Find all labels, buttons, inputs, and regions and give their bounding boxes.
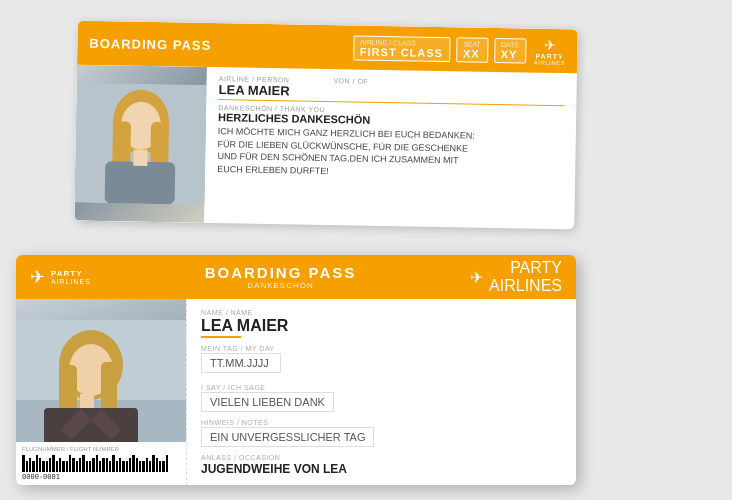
class-label: AIRLINE / CLASS (360, 38, 443, 46)
class-field: AIRLINE / CLASS FIRST CLASS (353, 35, 451, 62)
note-value: EIN UNVERGESSLICHER TAG (201, 427, 374, 447)
plane-icon-left: ✈ (30, 266, 45, 288)
airline-value: JUGENDWEIHE VON LEA (201, 462, 562, 476)
say-value: VIELEN LIEBEN DANK (201, 392, 334, 412)
svg-rect-6 (133, 150, 147, 166)
back-body: AIRLINE / PERSON VON / OF LEA MAIER DANK… (74, 65, 577, 230)
logo-right-text: PARTY AIRLINES (489, 259, 562, 295)
date-value: TT.MM.JJJJ (201, 353, 281, 373)
say-row: I SAY / ICH SAGE VIELEN LIEBEN DANK (201, 384, 562, 412)
seat-value: XX (463, 47, 480, 59)
front-logo-left: ✈ PARTY AIRLINES (30, 266, 91, 288)
seat-field: SEAT XX (456, 37, 488, 63)
barcode-lines (22, 454, 180, 472)
airline-row: ANLASS / OCCASION JUGENDWEIHE VON LEA (201, 454, 562, 476)
class-value: FIRST CLASS (360, 45, 443, 58)
back-photo (74, 65, 207, 223)
airlines-left: AIRLINES (51, 278, 91, 285)
boarding-pass-front: ✈ PARTY AIRLINES BOARDING PASS DANKESCHÖ… (16, 255, 576, 485)
back-logo-right: ✈ PARTY AIRLINES (534, 36, 566, 66)
thank-you-row: DANKESCHÖN / THANK YOU HERZLICHES DANKES… (217, 104, 564, 181)
front-header: ✈ PARTY AIRLINES BOARDING PASS DANKESCHÖ… (16, 255, 576, 299)
front-bp-label: BOARDING PASS (101, 264, 460, 281)
name-label: NAME / NAME (201, 309, 562, 316)
front-boarding-center: BOARDING PASS DANKESCHÖN (101, 264, 460, 290)
back-content: AIRLINE / PERSON VON / OF LEA MAIER DANK… (204, 67, 577, 229)
name-row: NAME / NAME LEA MAIER (201, 309, 562, 338)
note-label: HINWEIS / NOTES (201, 419, 562, 426)
note-row: HINWEIS / NOTES EIN UNVERGESSLICHER TAG (201, 419, 562, 447)
back-header-fields: AIRLINE / CLASS FIRST CLASS SEAT XX DATE… (353, 35, 526, 63)
date-label: DATE (501, 41, 519, 48)
plane-icon-right: ✈ (470, 268, 483, 287)
airline-label: ANLASS / OCCASION (201, 454, 562, 461)
front-info-section: NAME / NAME LEA MAIER MEIN TAG / MY DAY … (186, 299, 576, 485)
logo-left-text: PARTY AIRLINES (51, 269, 91, 285)
front-photo-section: FLUGNUMMER / FLIGHT NUMBER 0000-0001 (16, 299, 186, 485)
name-value: LEA MAIER (201, 317, 562, 335)
barcode-number: 0000-0001 (22, 473, 180, 481)
barcode-section: FLUGNUMMER / FLIGHT NUMBER 0000-0001 (16, 442, 186, 485)
date-field: DATE XY (494, 37, 527, 63)
front-body: FLUGNUMMER / FLIGHT NUMBER 0000-0001 NAM… (16, 299, 576, 485)
svg-rect-5 (105, 161, 176, 204)
party-right: PARTY (510, 259, 562, 277)
date-row: MEIN TAG / MY DAY TT.MM.JJJJ (201, 345, 281, 373)
date-label: MEIN TAG / MY DAY (201, 345, 281, 352)
back-photo-placeholder (74, 65, 207, 223)
barcode-label: FLUGNUMMER / FLIGHT NUMBER (22, 446, 180, 452)
back-boarding-label: BOARDING PASS (89, 35, 345, 54)
date-value: XY (501, 48, 518, 60)
airlines-right: AIRLINES (489, 277, 562, 295)
boarding-pass-back: BOARDING PASS AIRLINE / CLASS FIRST CLAS… (74, 21, 577, 230)
date-say-grid: MEIN TAG / MY DAY TT.MM.JJJJ (201, 345, 562, 380)
airlines-text-back: AIRLINES (534, 59, 565, 66)
plane-icon-back: ✈ (544, 36, 556, 52)
party-left: PARTY (51, 269, 91, 278)
orange-accent-name (201, 336, 241, 338)
say-label: I SAY / ICH SAGE (201, 384, 562, 391)
back-photo-svg (75, 83, 207, 205)
passenger-row: AIRLINE / PERSON VON / OF LEA MAIER (218, 75, 564, 106)
front-logo-right: ✈ PARTY AIRLINES (470, 259, 562, 295)
front-bp-sub: DANKESCHÖN (101, 281, 460, 290)
seat-label: SEAT (463, 40, 481, 47)
